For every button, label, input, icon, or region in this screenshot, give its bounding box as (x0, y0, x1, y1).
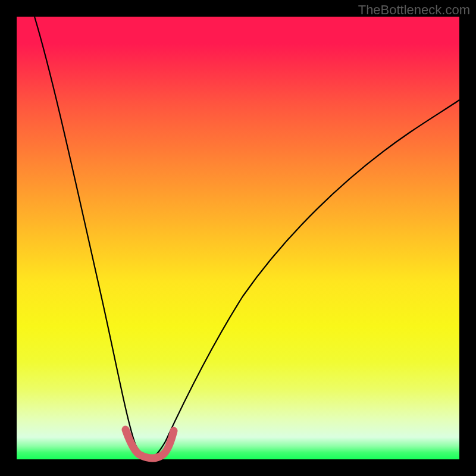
plot-area (17, 17, 459, 459)
chart-container: TheBottleneck.com (0, 0, 476, 476)
highlight-band (126, 430, 174, 458)
curve-layer (17, 17, 459, 459)
bottleneck-curve (35, 17, 459, 458)
watermark-label: TheBottleneck.com (358, 2, 470, 18)
